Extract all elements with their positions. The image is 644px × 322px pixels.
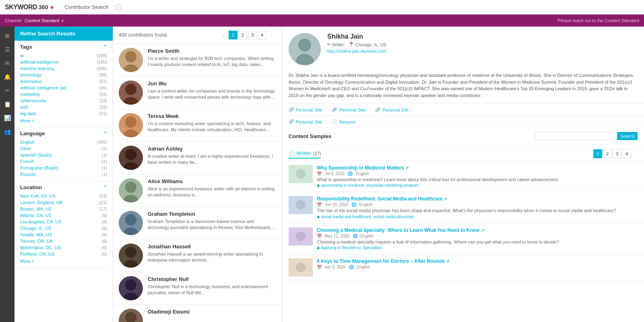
detail-url[interactable]: http://shikha jain.skyword.com — [327, 49, 638, 54]
next-page-btn[interactable]: › — [267, 31, 276, 39]
article-info: Responsibility Redefined: Social Media a… — [317, 196, 638, 219]
contributor-item[interactable]: Pierce Smith I'm a writer and strategist… — [113, 44, 282, 76]
tag-count: (185) — [97, 60, 107, 64]
detail-link-resume[interactable]: 📄 Resume — [332, 119, 355, 124]
tag-link[interactable]: artificial intelligence — [20, 60, 58, 64]
location-link[interactable]: Boston, MA, US — [20, 206, 52, 211]
sidebar-menu-icon[interactable]: ☰ — [1, 43, 13, 56]
tag-link[interactable]: marketing — [20, 92, 39, 97]
language-count: (395) — [97, 140, 107, 144]
contributor-bio: I am a content writer for companies and … — [148, 88, 276, 101]
article-date-icon: 📅 — [317, 265, 322, 269]
language-collapse-icon[interactable]: ⌃ — [103, 131, 107, 136]
article-title[interactable]: Responsibility Redefined: Social Media a… — [317, 196, 638, 202]
detail-link-personal3[interactable]: 🔗 Personal Site — [375, 107, 409, 112]
location-link[interactable]: Chicago, IL, US — [20, 226, 51, 231]
tag-link[interactable]: technology — [20, 72, 41, 77]
location-link[interactable]: Portland, OR, US — [20, 252, 54, 256]
location-link[interactable]: Toronto, ON, CA — [20, 239, 53, 244]
tag-link[interactable]: automation — [20, 79, 42, 84]
sidebar-bell-icon[interactable]: 🔔 — [1, 71, 13, 83]
info-icon[interactable]: i — [115, 4, 122, 10]
location-link[interactable]: Atlanta, GA, US — [20, 213, 52, 218]
tag-item: automation(51) — [20, 78, 107, 85]
content-page-btn-3[interactable]: 3 — [613, 149, 621, 158]
page-btn-1[interactable]: 1 — [229, 31, 237, 39]
tag-link[interactable]: artificial intelligence (ai) — [20, 85, 66, 90]
contributor-item[interactable]: Adrian Ashley A creative writer at heart… — [113, 142, 282, 174]
contributor-item[interactable]: Alice Williams Alice is an experienced f… — [113, 174, 282, 207]
tags-collapse-icon[interactable]: ⌃ — [103, 44, 107, 50]
article-title[interactable]: Choosing a Medical Specialty: Where to L… — [317, 227, 638, 233]
content-search-input[interactable] — [535, 132, 615, 140]
location-pin-icon: 📍 — [349, 42, 354, 47]
language-link[interactable]: Spanish (Spain) — [20, 153, 52, 157]
tag-link[interactable]: cybersecurity — [20, 98, 46, 103]
svg-point-7 — [125, 116, 136, 128]
location-link[interactable]: Los Angeles, CA, US — [20, 219, 62, 224]
language-link[interactable]: Russian — [20, 172, 36, 177]
language-link[interactable]: French — [20, 159, 34, 164]
article-title[interactable]: Why Sponsorship in Medicine Matters ↗ — [317, 165, 638, 171]
tag-link[interactable]: big data — [20, 111, 36, 116]
tag-count: (51) — [99, 79, 107, 84]
location-link[interactable]: Washington, DC, US — [20, 245, 61, 250]
tag-link[interactable]: machine learning — [20, 66, 54, 71]
contributor-item[interactable]: Christopher Null Christopher Null is a t… — [113, 272, 282, 305]
article-thumbnail — [289, 196, 313, 214]
article-date-icon: 📅 — [317, 234, 322, 238]
prev-page-btn[interactable]: ‹ — [219, 31, 228, 39]
contributor-item[interactable]: Graham Templeton Graham Templeton is a V… — [113, 207, 282, 239]
channel-dropdown[interactable]: Channel Content Standard ▾ — [5, 18, 64, 23]
contributor-item[interactable]: Jonathan Hassell Jonathan Hassell is an … — [113, 239, 282, 272]
sidebar-mail-icon[interactable]: ✉ — [1, 57, 13, 69]
location-link[interactable]: New York, NY, US — [20, 194, 56, 198]
written-tab[interactable]: 📄 Written (27) — [289, 149, 321, 159]
page-btn-3[interactable]: 3 — [248, 31, 257, 39]
sidebar-chart-icon[interactable]: 📊 — [1, 112, 13, 124]
article-meta: 📅 May 11, 2020 🌐 English — [317, 234, 638, 238]
tags-more-link[interactable]: More + — [20, 118, 34, 123]
location-count: (17) — [99, 206, 107, 211]
detail-panel: Shikha Jain ✏ Writer 📍 Chicago, IL, US h… — [282, 27, 644, 322]
sidebar-grid-icon[interactable]: ⊞ — [1, 30, 13, 42]
location-link[interactable]: London, England, GB — [20, 200, 62, 205]
language-link[interactable]: English — [20, 140, 35, 144]
language-link[interactable]: Other — [20, 146, 31, 151]
sidebar-edit-icon[interactable]: ✏ — [1, 85, 13, 97]
contributor-info: Teresa Meek I'm a content marketing writ… — [148, 113, 276, 137]
channel-notice: Please reach out to the Content Standard — [558, 18, 639, 23]
contributor-item[interactable]: Jun Wu I am a content writer for compani… — [113, 76, 282, 109]
location-link[interactable]: Seattle, WA, US — [20, 232, 52, 237]
page-btn-2[interactable]: 2 — [238, 31, 247, 39]
tag-link[interactable]: ai — [20, 53, 24, 58]
location-collapse-icon[interactable]: ⌃ — [103, 185, 107, 190]
sidebar-clipboard-icon[interactable]: 📋 — [1, 98, 13, 110]
sidebar-people-icon[interactable]: 👥 — [1, 126, 13, 138]
contributor-name: Jonathan Hassell — [148, 244, 276, 250]
tag-link[interactable]: tech — [20, 105, 29, 109]
location-more-link[interactable]: More + — [20, 259, 34, 264]
content-page-btn-1[interactable]: 1 — [593, 149, 602, 158]
svg-point-19 — [125, 247, 136, 258]
contributor-item[interactable]: Teresa Meek I'm a content marketing writ… — [113, 109, 282, 142]
article-title[interactable]: 4 Keys to Time Management for Doctors – … — [317, 258, 638, 264]
svg-point-10 — [125, 149, 136, 160]
article-thumbnail — [289, 258, 313, 277]
contributor-item[interactable]: Oladimeji Ewumi — [113, 305, 282, 322]
location-count: (6) — [102, 232, 107, 237]
language-title: Language ⌃ — [20, 130, 107, 136]
page-btn-4[interactable]: 4 — [258, 31, 266, 39]
content-page-btn-4[interactable]: 4 — [622, 149, 631, 158]
contributor-info: Graham Templeton Graham Templeton is a V… — [148, 211, 276, 235]
language-list: English(395)Other(2)Spanish (Spain)(1)Fr… — [20, 139, 107, 178]
contributor-name: Christopher Null — [148, 276, 276, 282]
detail-link-personal1[interactable]: 🔗 Personal Site — [289, 107, 322, 112]
detail-link-personal2[interactable]: 🔗 Personal Site — [332, 107, 365, 112]
location-item: Washington, DC, US(6) — [20, 244, 107, 251]
detail-link-personal4[interactable]: 🔗 Personal Site — [289, 119, 322, 124]
contributor-bio: Graham Templeton is a Vancouver-based sc… — [148, 219, 276, 231]
language-link[interactable]: Portuguese (Brazil) — [20, 165, 58, 170]
content-page-btn-2[interactable]: 2 — [603, 149, 612, 158]
content-search-button[interactable]: Search — [617, 132, 638, 140]
